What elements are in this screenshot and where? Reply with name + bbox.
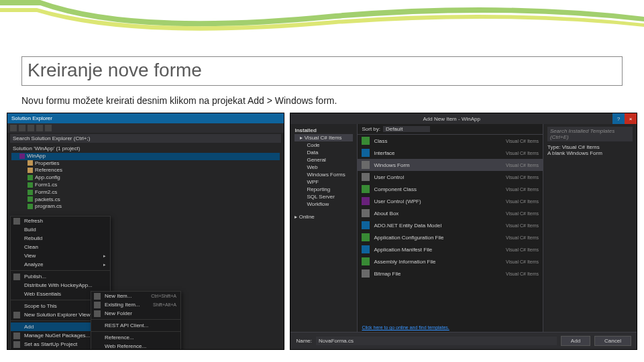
solution-tree: Solution 'WinApp' (1 project) WinApp Pro… [7, 144, 284, 212]
cat-web[interactable]: Web [294, 164, 353, 171]
menu-item-new-folder[interactable]: New Folder [91, 309, 180, 318]
cat-data[interactable]: Data [294, 149, 353, 156]
tree-item[interactable]: packets.cs [11, 196, 280, 204]
template-windows-form[interactable]: Windows FormVisual C# Items [358, 159, 543, 171]
close-button[interactable]: × [625, 113, 637, 124]
name-input[interactable]: NovaForma.cs [316, 337, 557, 345]
name-label: Name: [296, 338, 312, 344]
template-icon [362, 149, 370, 157]
slide-decoration [0, 0, 644, 40]
publish-icon [13, 274, 20, 280]
template-icon [362, 197, 370, 205]
template-about-box[interactable]: About BoxVisual C# Items [358, 207, 543, 219]
menu-item-analyze[interactable]: Analyze▸ [11, 260, 110, 269]
template-search[interactable]: Search Installed Templates (Ctrl+E) [547, 127, 633, 141]
cs-icon [28, 190, 33, 195]
folder-icon [28, 168, 33, 173]
type-label: Type: [547, 144, 561, 150]
dialog-title: Add New Item - WinApp [290, 114, 612, 124]
menu-item-distribute-with-hockeyapp-[interactable]: Distribute With HockeyApp... [11, 281, 110, 290]
dialog-preview: Search Installed Templates (Ctrl+E) Type… [543, 124, 637, 332]
cs-icon [28, 196, 33, 202]
template-icon [362, 269, 370, 278]
template-class[interactable]: ClassVisual C# Items [358, 135, 543, 147]
cat-online[interactable]: ▸ Online [294, 213, 353, 221]
existitem-icon [94, 302, 101, 308]
template-user-control-wpf-[interactable]: User Control (WPF)Visual C# Items [358, 195, 543, 207]
online-templates-link[interactable]: Click here to go online and find templat… [358, 323, 543, 332]
sort-label: Sort by: [362, 126, 380, 132]
slide-title: Kreiranje nove forme [28, 60, 616, 81]
dialog-categories: Installed ▸ Visual C# Items CodeDataGene… [290, 124, 358, 332]
nuget-icon [13, 333, 20, 339]
template-interface[interactable]: InterfaceVisual C# Items [358, 147, 543, 159]
template-bitmap-file[interactable]: Bitmap FileVisual C# Items [358, 267, 543, 280]
template-user-control[interactable]: User ControlVisual C# Items [358, 171, 543, 183]
menu-item-reference-[interactable]: Reference... [91, 333, 180, 342]
cat-workflow[interactable]: Workflow [294, 200, 353, 208]
template-ado-net-entity-data-model[interactable]: ADO.NET Entity Data ModelVisual C# Items [358, 219, 543, 231]
menu-item-existing-item-[interactable]: Existing Item...Shift+Alt+A [91, 300, 180, 309]
cs-icon [28, 182, 33, 188]
menu-item-rest-api-client-[interactable]: REST API Client... [91, 321, 180, 330]
cat-wpf[interactable]: WPF [294, 178, 353, 186]
toolbar-btn[interactable] [10, 125, 17, 131]
dialog-titlebar: Add New Item - WinApp ? × [290, 113, 637, 124]
toolbar-btn[interactable] [28, 125, 34, 131]
menu-item-refresh[interactable]: Refresh [11, 217, 110, 225]
menu-item-clean[interactable]: Clean [11, 243, 110, 251]
tree-project[interactable]: WinApp [11, 153, 280, 160]
tree-item[interactable]: Properties [11, 160, 280, 168]
screenshot-left: Solution Explorer Search Solution Explor… [7, 113, 284, 350]
template-application-configuration-file[interactable]: Application Configuration FileVisual C# … [358, 231, 543, 243]
refresh-icon [13, 218, 20, 225]
template-icon [362, 245, 370, 253]
screenshot-right: Add New Item - WinApp ? × Installed ▸ Vi… [290, 113, 637, 350]
template-icon [362, 173, 370, 181]
slide-subtitle: Novu formu možete kreirati desnim klikom… [21, 95, 337, 106]
solution-explorer-header: Solution Explorer [7, 113, 284, 123]
menu-item-view[interactable]: View▸ [11, 251, 110, 260]
menu-item-new-item-[interactable]: New Item...Ctrl+Shift+A [91, 292, 180, 300]
cat-sql-server[interactable]: SQL Server [294, 193, 353, 200]
cat-reporting[interactable]: Reporting [294, 186, 353, 193]
add-button[interactable]: Add [561, 336, 590, 346]
tree-item[interactable]: App.config [11, 174, 280, 182]
menu-item-publish-[interactable]: Publish... [11, 272, 110, 281]
menu-item-web-reference-[interactable]: Web Reference... [91, 342, 180, 350]
type-value: Visual C# Items [562, 144, 600, 150]
cat-root[interactable]: ▸ Visual C# Items [294, 134, 353, 141]
tree-solution[interactable]: Solution 'WinApp' (1 project) [11, 145, 280, 153]
toolbar-btn[interactable] [36, 125, 43, 131]
sort-select[interactable]: Default [383, 126, 430, 132]
cat-windows-forms[interactable]: Windows Forms [294, 171, 353, 178]
template-component-class[interactable]: Component ClassVisual C# Items [358, 183, 543, 195]
tree-item[interactable]: Form1.cs [11, 182, 280, 189]
folder-icon [28, 160, 33, 166]
toolbar-btn[interactable] [45, 125, 52, 131]
cat-code[interactable]: Code [294, 141, 353, 149]
cancel-button[interactable]: Cancel [594, 336, 631, 346]
template-application-manifest-file[interactable]: Application Manifest FileVisual C# Items [358, 243, 543, 255]
template-icon [362, 185, 370, 193]
template-icon [362, 209, 370, 217]
solution-search[interactable]: Search Solution Explorer (Ctrl+;) [10, 134, 281, 143]
tree-item[interactable]: References [11, 167, 280, 174]
cat-general[interactable]: General [294, 156, 353, 164]
menu-item-build[interactable]: Build [11, 225, 110, 234]
cat-installed[interactable]: Installed [294, 127, 353, 134]
menu-item-rebuild[interactable]: Rebuild [11, 234, 110, 243]
solution-explorer-title: Solution Explorer [11, 115, 52, 121]
newitem-icon [94, 293, 101, 300]
tree-item[interactable]: Form2.cs [11, 189, 280, 196]
template-icon [362, 221, 370, 229]
template-desc: A blank Windows Form [547, 150, 633, 156]
template-assembly-information-file[interactable]: Assembly Information FileVisual C# Items [358, 255, 543, 267]
cs-icon [28, 204, 33, 209]
template-icon [362, 137, 370, 145]
help-button[interactable]: ? [612, 113, 625, 124]
toolbar-btn[interactable] [19, 125, 25, 131]
dialog-templates: Sort by: Default ClassVisual C# ItemsInt… [358, 124, 543, 332]
folder-icon [94, 310, 101, 317]
tree-item[interactable]: program.cs [11, 203, 280, 210]
